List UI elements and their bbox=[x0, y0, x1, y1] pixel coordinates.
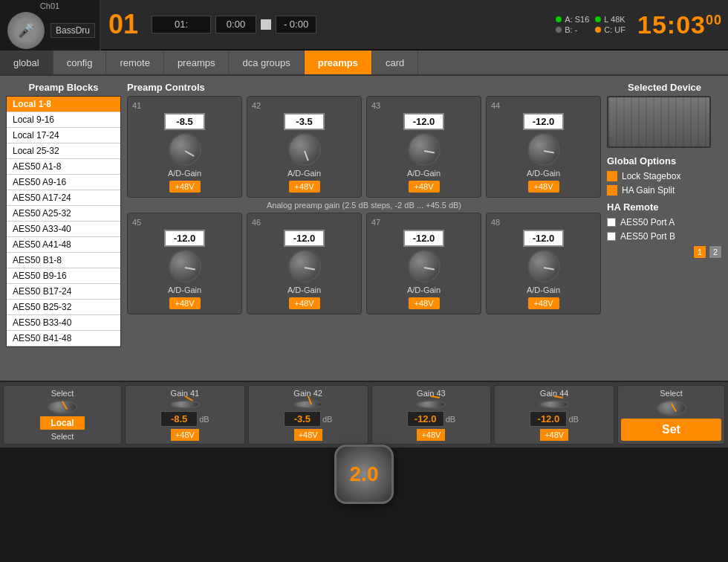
bottom-gain-41-db: dB bbox=[199, 415, 209, 424]
preamp-blocks-title: Preamp Blocks bbox=[6, 82, 121, 93]
ch-43-knob[interactable] bbox=[408, 133, 441, 166]
bottom-gain-41-phantom[interactable]: +48V bbox=[171, 429, 199, 441]
block-local-17-24[interactable]: Local 17-24 bbox=[7, 128, 120, 143]
aes50-port-b-row: AES50 Port B bbox=[607, 231, 722, 242]
bottom-gain-41-val[interactable]: -8.5 bbox=[160, 411, 198, 427]
version-number: 2.0 bbox=[350, 462, 379, 486]
tab-preamps-active[interactable]: preamps bbox=[305, 51, 372, 74]
transport-time2: - 0:00 bbox=[276, 16, 316, 33]
ha-gain-split-label: HA Gain Split bbox=[622, 185, 675, 196]
block-aes50-b1-8[interactable]: AES50 B1-8 bbox=[7, 253, 120, 268]
ch-45-label: A/D-Gain bbox=[168, 285, 201, 294]
stop-icon[interactable] bbox=[261, 19, 271, 30]
bottom-gain-43-phantom[interactable]: +48V bbox=[417, 429, 445, 441]
block-aes50-a25-32[interactable]: AES50 A25-32 bbox=[7, 206, 120, 222]
ch-41-knob[interactable] bbox=[169, 133, 201, 166]
block-aes50-a1-8[interactable]: AES50 A1-8 bbox=[7, 159, 120, 175]
tab-preamps[interactable]: preamps bbox=[164, 51, 230, 74]
ch-47-knob[interactable] bbox=[408, 250, 441, 282]
block-aes50-b25-32[interactable]: AES50 B25-32 bbox=[7, 300, 120, 315]
lock-stagebox-checkbox[interactable] bbox=[607, 171, 617, 181]
bottom-set-knob[interactable] bbox=[657, 400, 686, 416]
ch-43-gain[interactable]: -12.0 bbox=[403, 113, 444, 130]
bottom-select-value[interactable]: Local bbox=[40, 416, 85, 430]
status-indicators-2: L 48K C: UF bbox=[595, 15, 625, 34]
ch-46-phantom[interactable]: +48V bbox=[289, 297, 320, 309]
channel-name: BassDru bbox=[51, 23, 95, 38]
block-aes50-b33-40[interactable]: AES50 B33-40 bbox=[7, 315, 120, 331]
bottom-gain-41-knob[interactable] bbox=[170, 400, 200, 409]
ch-48-gain[interactable]: -12.0 bbox=[523, 230, 564, 247]
block-aes50-b9-16[interactable]: AES50 B9-16 bbox=[7, 268, 120, 284]
block-local-1-8[interactable]: Local 1-8 bbox=[7, 97, 120, 112]
ch-46-knob[interactable] bbox=[288, 250, 321, 282]
tab-global[interactable]: global bbox=[0, 51, 53, 74]
block-aes50-b41-48[interactable]: AES50 B41-48 bbox=[7, 331, 120, 346]
block-aes50-b17-24[interactable]: AES50 B17-24 bbox=[7, 284, 120, 300]
bottom-gain-43-db: dB bbox=[446, 415, 455, 424]
ch-47-knob-indicator bbox=[423, 267, 434, 270]
status-row-l: L 48K bbox=[595, 15, 625, 24]
ch-48-phantom[interactable]: +48V bbox=[528, 297, 559, 309]
ch-47-label: A/D-Gain bbox=[407, 285, 441, 294]
status-row-b: B: - bbox=[556, 25, 589, 34]
ch-42-knob-indicator bbox=[304, 151, 309, 161]
ch-44-gain[interactable]: -12.0 bbox=[523, 113, 564, 130]
ch-42-knob[interactable] bbox=[288, 133, 321, 166]
status-b-label: B: - bbox=[565, 25, 577, 34]
ch-42-label: A/D-Gain bbox=[287, 169, 321, 178]
bottom-gain-42-knob[interactable] bbox=[293, 400, 323, 409]
ch-47-phantom[interactable]: +48V bbox=[409, 297, 440, 309]
ch-48-knob[interactable] bbox=[527, 250, 560, 282]
ha-remote-title: HA Remote bbox=[607, 201, 722, 213]
block-local-25-32[interactable]: Local 25-32 bbox=[7, 143, 120, 159]
bottom-gain-42-val[interactable]: -3.5 bbox=[284, 411, 321, 427]
bottom-gain-42-phantom[interactable]: +48V bbox=[294, 429, 322, 441]
ch-45-phantom[interactable]: +48V bbox=[169, 297, 201, 309]
device-image-inner bbox=[608, 97, 709, 146]
bottom-gain-43-val[interactable]: -12.0 bbox=[407, 411, 444, 427]
page-2-btn[interactable]: 2 bbox=[709, 245, 722, 259]
ch-44-knob[interactable] bbox=[527, 133, 560, 166]
aes50-port-a-checkbox[interactable] bbox=[607, 218, 616, 227]
ch-45-gain[interactable]: -12.0 bbox=[164, 230, 205, 247]
controls-grid-2: 45 -12.0 A/D-Gain +48V 46 -12.0 A/D-Gain… bbox=[127, 213, 601, 314]
bottom-select-knob[interactable] bbox=[48, 400, 77, 414]
bottom-gain-43-knob[interactable] bbox=[416, 400, 446, 409]
ch-41-gain[interactable]: -8.5 bbox=[164, 113, 205, 130]
bottom-select-footer[interactable]: Select bbox=[51, 432, 74, 441]
block-local-9-16[interactable]: Local 9-16 bbox=[7, 112, 120, 128]
block-aes50-a9-16[interactable]: AES50 A9-16 bbox=[7, 175, 120, 190]
ch-44-phantom[interactable]: +48V bbox=[528, 181, 559, 193]
ch-47-gain[interactable]: -12.0 bbox=[403, 230, 444, 247]
tab-config[interactable]: config bbox=[53, 51, 107, 74]
ch-42-gain[interactable]: -3.5 bbox=[284, 113, 325, 130]
bottom-gain-44-knob[interactable] bbox=[539, 400, 569, 409]
tab-remote[interactable]: remote bbox=[106, 51, 163, 74]
status-row-c: C: UF bbox=[595, 25, 625, 34]
tab-dca-groups[interactable]: dca groups bbox=[229, 51, 304, 74]
tab-card[interactable]: card bbox=[372, 51, 418, 74]
set-button[interactable]: Set bbox=[621, 419, 721, 441]
ch-43-label: A/D-Gain bbox=[407, 169, 441, 178]
bottom-gain-44-val[interactable]: -12.0 bbox=[530, 411, 567, 427]
ch-41-phantom[interactable]: +48V bbox=[169, 181, 201, 193]
ch-43-phantom[interactable]: +48V bbox=[409, 181, 440, 193]
ch-45-knob-indicator bbox=[184, 267, 195, 270]
block-aes50-a17-24[interactable]: AES50 A17-24 bbox=[7, 190, 120, 206]
ch-42-phantom[interactable]: +48V bbox=[289, 181, 320, 193]
ch-45-knob[interactable] bbox=[169, 250, 201, 282]
ch-46-num: 46 bbox=[252, 218, 261, 227]
block-aes50-a41-48[interactable]: AES50 A41-48 bbox=[7, 237, 120, 253]
dot-c-icon bbox=[595, 27, 601, 33]
dot-b-icon bbox=[556, 27, 562, 33]
ch-48-label: A/D-Gain bbox=[527, 285, 560, 294]
aes50-port-b-checkbox[interactable] bbox=[607, 232, 616, 241]
block-aes50-a33-40[interactable]: AES50 A33-40 bbox=[7, 222, 120, 237]
preamp-blocks-list: Local 1-8 Local 9-16 Local 17-24 Local 2… bbox=[6, 96, 121, 347]
ch-46-gain[interactable]: -12.0 bbox=[284, 230, 325, 247]
page-1-btn[interactable]: 1 bbox=[693, 245, 706, 259]
status-c-label: C: UF bbox=[604, 25, 625, 34]
bottom-gain-44-phantom[interactable]: +48V bbox=[540, 429, 568, 441]
ha-gain-split-checkbox[interactable] bbox=[607, 185, 617, 196]
